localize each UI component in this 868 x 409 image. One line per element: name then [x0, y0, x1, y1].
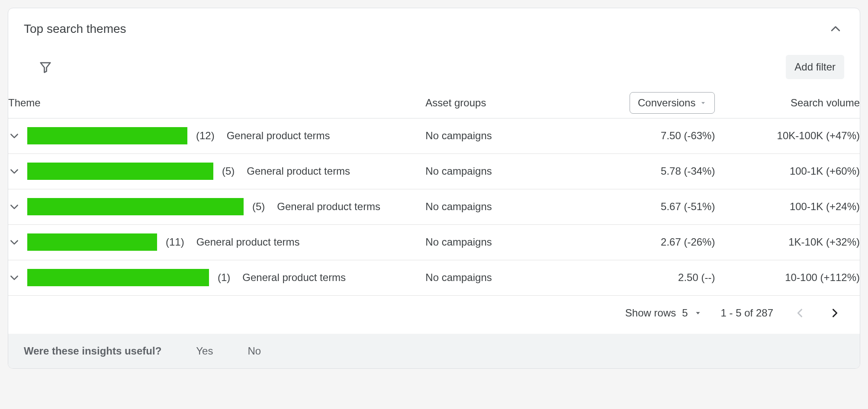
theme-count: (11): [166, 236, 184, 248]
funnel-icon: [39, 61, 52, 73]
search-volume-cell: 100-1K (+60%): [715, 153, 860, 189]
theme-count: (12): [196, 130, 215, 142]
asset-groups-cell: No campaigns: [425, 118, 570, 153]
theme-count: (5): [252, 201, 265, 213]
prev-page-button[interactable]: [792, 305, 808, 321]
table-row: (5)General product termsNo campaigns5.78…: [8, 153, 860, 189]
dropdown-triangle-icon: [694, 309, 702, 317]
theme-count: (1): [218, 272, 230, 284]
table-header-row: Theme Asset groups Conversions Search vo…: [8, 88, 860, 118]
conversions-sort-pill[interactable]: Conversions: [630, 92, 715, 114]
theme-cell: (12)General product terms: [8, 118, 425, 153]
table-row: (12)General product termsNo campaigns7.5…: [8, 118, 860, 153]
theme-cell: (5)General product terms: [8, 189, 425, 224]
chevron-down-icon: [9, 236, 20, 248]
feedback-question: Were these insights useful?: [24, 345, 161, 357]
theme-label: General product terms: [242, 272, 346, 284]
search-volume-cell: 100-1K (+24%): [715, 189, 860, 224]
svg-marker-2: [696, 312, 700, 314]
asset-groups-cell: No campaigns: [425, 260, 570, 295]
panel-header: Top search themes: [8, 8, 860, 38]
asset-groups-cell: No campaigns: [425, 189, 570, 224]
theme-label: General product terms: [227, 130, 330, 142]
page-range: 1 - 5 of 287: [721, 307, 773, 319]
search-volume-cell: 1K-10K (+32%): [715, 224, 860, 260]
theme-bar: [27, 127, 187, 144]
chevron-right-icon: [829, 307, 841, 319]
pagination-bar: Show rows 5 1 - 5 of 287: [8, 296, 860, 334]
table-row: (1)General product termsNo campaigns2.50…: [8, 260, 860, 295]
feedback-yes[interactable]: Yes: [196, 345, 213, 357]
col-header-asset-groups[interactable]: Asset groups: [425, 88, 570, 118]
filter-button[interactable]: [39, 60, 52, 74]
collapse-panel-button[interactable]: [827, 20, 844, 38]
theme-bar: [27, 198, 244, 215]
conversions-cell: 7.50 (-63%): [570, 118, 715, 153]
theme-label: General product terms: [247, 165, 350, 177]
feedback-no[interactable]: No: [248, 345, 261, 357]
dropdown-triangle-icon: [700, 99, 707, 106]
table-body: (12)General product termsNo campaigns7.5…: [8, 118, 860, 295]
chevron-up-icon: [829, 22, 842, 35]
expand-row-button[interactable]: [8, 130, 20, 142]
themes-table: Theme Asset groups Conversions Search vo…: [8, 88, 860, 296]
add-filter-button[interactable]: Add filter: [786, 55, 844, 79]
chevron-down-icon: [9, 201, 20, 212]
expand-row-button[interactable]: [8, 236, 20, 248]
show-rows-label: Show rows: [625, 307, 676, 319]
asset-groups-cell: No campaigns: [425, 153, 570, 189]
theme-count: (5): [222, 165, 235, 177]
conversions-cell: 2.67 (-26%): [570, 224, 715, 260]
col-header-conversions[interactable]: Conversions: [570, 88, 715, 118]
expand-row-button[interactable]: [8, 201, 20, 213]
conversions-cell: 5.78 (-34%): [570, 153, 715, 189]
rows-per-page-selector[interactable]: Show rows 5: [625, 307, 702, 319]
page-size-value: 5: [682, 307, 688, 319]
theme-bar: [27, 163, 213, 180]
theme-cell: (1)General product terms: [8, 260, 425, 295]
chevron-left-icon: [794, 307, 806, 319]
theme-cell: (5)General product terms: [8, 153, 425, 189]
col-header-conversions-label: Conversions: [638, 97, 695, 109]
conversions-cell: 2.50 (--): [570, 260, 715, 295]
theme-bar: [27, 233, 157, 251]
search-volume-cell: 10K-100K (+47%): [715, 118, 860, 153]
chevron-down-icon: [9, 272, 20, 283]
col-header-theme[interactable]: Theme: [8, 88, 425, 118]
top-search-themes-panel: Top search themes Add filter Theme Asset…: [8, 8, 860, 369]
theme-cell: (11)General product terms: [8, 224, 425, 260]
table-row: (5)General product termsNo campaigns5.67…: [8, 189, 860, 224]
chevron-down-icon: [9, 166, 20, 177]
toolbar: Add filter: [8, 38, 860, 88]
expand-row-button[interactable]: [8, 272, 20, 284]
svg-marker-0: [41, 63, 51, 73]
table-row: (11)General product termsNo campaigns2.6…: [8, 224, 860, 260]
theme-label: General product terms: [196, 236, 300, 248]
col-header-search-volume[interactable]: Search volume: [715, 88, 860, 118]
theme-bar: [27, 269, 209, 286]
svg-marker-1: [701, 102, 705, 104]
search-volume-cell: 10-100 (+112%): [715, 260, 860, 295]
expand-row-button[interactable]: [8, 165, 20, 177]
asset-groups-cell: No campaigns: [425, 224, 570, 260]
conversions-cell: 5.67 (-51%): [570, 189, 715, 224]
feedback-bar: Were these insights useful? Yes No: [8, 334, 860, 368]
panel-title: Top search themes: [24, 22, 126, 36]
next-page-button[interactable]: [827, 305, 842, 321]
theme-label: General product terms: [277, 201, 380, 213]
chevron-down-icon: [9, 130, 20, 141]
